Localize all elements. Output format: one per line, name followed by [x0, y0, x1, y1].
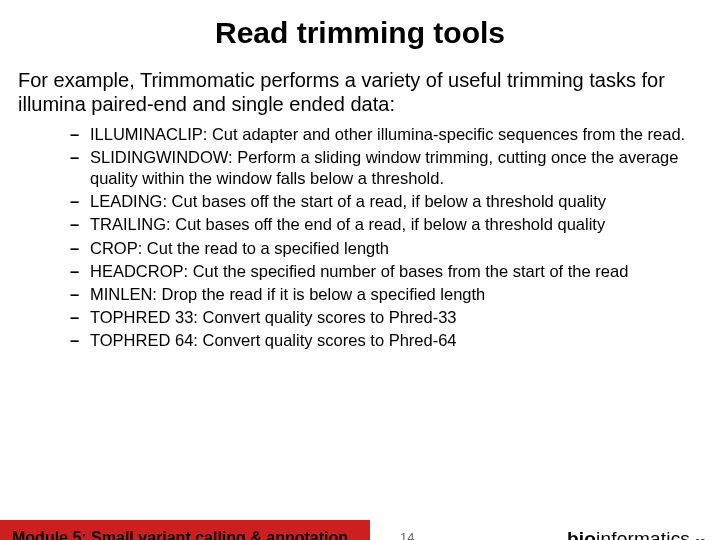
list-item: TOPHRED 64: Convert quality scores to Ph…: [70, 330, 700, 351]
page-number: 14: [400, 530, 414, 540]
list-item: HEADCROP: Cut the specified number of ba…: [70, 261, 700, 282]
slide: Read trimming tools For example, Trimmom…: [0, 16, 720, 540]
bullet-list: ILLUMINACLIP: Cut adapter and other illu…: [70, 124, 700, 351]
logo-info: informatics: [596, 528, 690, 540]
logo-ca: .ca: [692, 536, 706, 540]
logo-bio: bio: [567, 528, 596, 540]
logo: bioinformatics.ca: [567, 528, 706, 540]
list-item: TRAILING: Cut bases off the end of a rea…: [70, 214, 700, 235]
list-item: TOPHRED 33: Convert quality scores to Ph…: [70, 307, 700, 328]
list-item: SLIDINGWINDOW: Perform a sliding window …: [70, 147, 700, 189]
list-item: CROP: Cut the read to a specified length: [70, 238, 700, 259]
intro-text: For example, Trimmomatic performs a vari…: [18, 68, 702, 116]
footer: Module 5: Small variant calling & annota…: [0, 520, 720, 540]
list-item: LEADING: Cut bases off the start of a re…: [70, 191, 700, 212]
module-label: Module 5: Small variant calling & annota…: [0, 520, 370, 540]
list-item: ILLUMINACLIP: Cut adapter and other illu…: [70, 124, 700, 145]
slide-title: Read trimming tools: [0, 16, 720, 50]
list-item: MINLEN: Drop the read if it is below a s…: [70, 284, 700, 305]
